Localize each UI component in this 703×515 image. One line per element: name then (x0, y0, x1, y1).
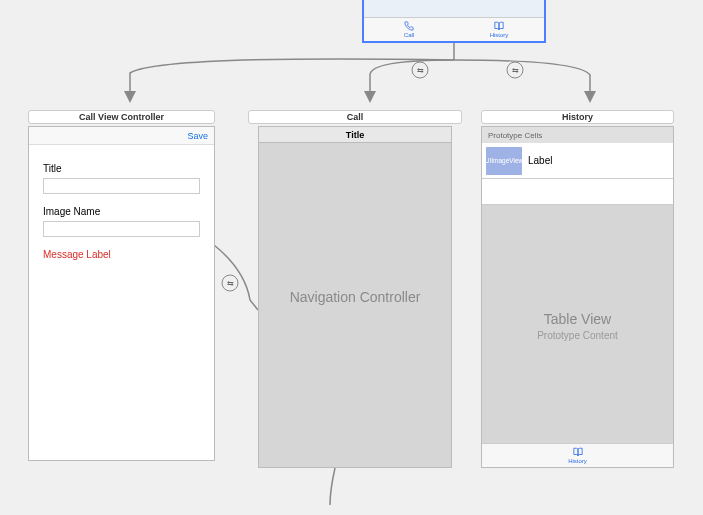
book-icon (573, 447, 583, 457)
tab-history-label: History (490, 32, 509, 38)
scene-call[interactable]: Title Navigation Controller (258, 126, 452, 468)
prototype-content-label: Prototype Content (482, 330, 673, 341)
history-tab-item[interactable]: History (482, 444, 673, 467)
label-title: Title (43, 163, 200, 174)
save-button[interactable]: Save (187, 131, 208, 141)
tab-call[interactable]: Call (364, 18, 454, 41)
tableview-placeholder: Table View Prototype Content (482, 311, 673, 341)
image-name-field[interactable] (43, 221, 200, 237)
history-tab-label: History (568, 458, 587, 464)
history-tabbar: History (482, 443, 673, 467)
phone-icon (404, 21, 414, 31)
prototype-cell[interactable]: UIImageView Label (482, 143, 673, 179)
label-image-name: Image Name (43, 206, 200, 217)
message-label: Message Label (43, 249, 200, 260)
tab-call-label: Call (404, 32, 414, 38)
svg-point-4 (222, 275, 238, 291)
prototype-cell-padding (482, 179, 673, 205)
scene-detail[interactable]: Save Title Image Name Message Label (28, 126, 215, 461)
cell-label: Label (528, 155, 552, 166)
title-field[interactable] (43, 178, 200, 194)
svg-point-2 (507, 62, 523, 78)
scene-title-detail[interactable]: Call View Controller (28, 110, 215, 124)
navigation-controller-label: Navigation Controller (259, 289, 451, 305)
detail-navbar: Save (29, 127, 214, 145)
prototype-cells-header: Prototype Cells (482, 127, 673, 143)
svg-text:⇆: ⇆ (417, 66, 424, 75)
tabbar-controller-preview: Call History (362, 0, 546, 43)
scene-title-history[interactable]: History (481, 110, 674, 124)
scene-history[interactable]: Prototype Cells UIImageView Label Table … (481, 126, 674, 468)
scene-title-call[interactable]: Call (248, 110, 462, 124)
cell-imageview: UIImageView (486, 147, 522, 175)
svg-text:⇆: ⇆ (227, 279, 234, 288)
tableview-label: Table View (482, 311, 673, 327)
call-nav-title: Title (259, 127, 451, 143)
detail-body: Title Image Name Message Label (29, 145, 214, 278)
svg-point-0 (412, 62, 428, 78)
tab-history[interactable]: History (454, 18, 544, 41)
book-icon (494, 21, 504, 31)
svg-text:⇆: ⇆ (512, 66, 519, 75)
root-tabbar: Call History (364, 17, 544, 41)
